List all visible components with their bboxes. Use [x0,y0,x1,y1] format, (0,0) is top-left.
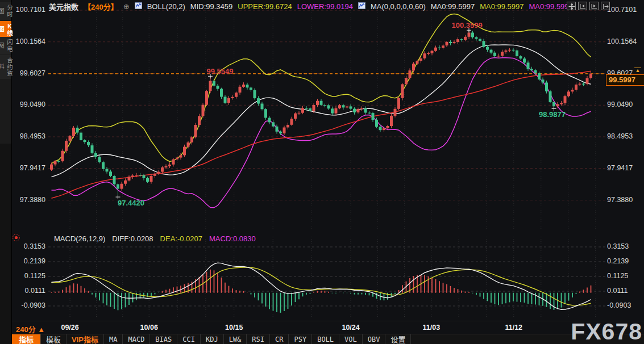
alert-dot-icon[interactable] [11,233,21,242]
chart-canvas[interactable] [0,0,644,344]
axis-reset-right-icon[interactable] [589,2,599,10]
toolbar-item-cr[interactable]: CR [270,334,289,344]
macd-axis-label: -0.0903 [607,301,642,309]
sidebar-item-flash-chart[interactable]: 闪电图 [0,37,11,54]
price-axis-label: 98.4953 [607,132,642,140]
tab-vip-indicator[interactable]: VIP指标 [67,334,104,344]
toolbar-item-lw[interactable]: LW& [224,334,247,344]
x-axis-date-label: 10/06 [133,324,165,332]
toolbar-item-boll[interactable]: BOLL [312,334,339,344]
period-selector[interactable]: 240分 ▲ [16,324,45,334]
toolbar-item-bias[interactable]: BIAS [150,334,177,344]
macd-axis-label: 0.0111 [607,287,642,295]
price-axis-label: 100.7101 [14,6,45,14]
indicator-value-label: DEA:-0.0207 [160,234,202,243]
indicator-value-label: MACD:0.0830 [209,234,256,243]
indicator-value-label: DIFF:0.0208 [112,234,153,243]
dropdown-arrow-icon: ▲ [38,325,45,334]
macd-axis-label: 0.1125 [607,272,642,280]
time-axis-row: 240分 ▲ 09/2610/0610/1510/2411/0311/12 [12,321,644,334]
price-annotation-low: 97.4420 [118,199,144,207]
pan-right-icon[interactable] [601,2,610,10]
price-axis-label: 97.9417 [607,164,642,172]
macd-diff-line [52,263,591,309]
indicator-value-label: LOWER:99.0194 [297,2,353,11]
price-axis-label: 99.6027 [14,69,45,77]
move-icon[interactable] [567,2,576,10]
fx678-watermark: FX678 [571,319,642,344]
macd-axis-label: 0.3153 [607,242,642,250]
macd-axis-label: 0.1125 [14,272,45,280]
macd-axis-label: 0.3153 [14,242,45,250]
price-axis-label: 97.3880 [14,196,45,204]
x-axis-date-label: 09/26 [54,324,86,332]
minus-circle-icon[interactable]: ⊕ [123,3,130,10]
boll-upper-line [52,14,591,164]
price-annotation-low: 98.9877 [539,110,566,119]
sidebar-item-time-chart[interactable]: 分时图 [0,2,11,20]
toolbar-item-macd[interactable]: MACD [123,334,150,344]
indicator-value-label: MA0:99.5997 [431,2,475,11]
line-chart-icon[interactable] [135,2,142,11]
indicator-value-label: BOLL(20,2) [147,2,185,11]
price-annotation-high: 100.3599 [452,21,483,30]
x-axis-date-label: 10/15 [218,324,250,332]
chart-application-window: 分时图K线图闪电图合约资料 美元指数【240分】⊕BOLL(20,2)MID:9… [0,0,644,344]
sidebar-item-kline-chart[interactable]: K线图 [0,21,11,38]
toolbar-item-vol[interactable]: VOL [339,334,363,344]
boll-mid-line [52,45,591,177]
tab-template[interactable]: 模板 [41,334,67,344]
x-axis-date-label: 10/24 [335,324,367,332]
indicator-header-bar: 美元指数【240分】⊕BOLL(20,2)MID:99.3459UPPER:99… [49,2,573,11]
price-axis-label: 100.1564 [14,37,45,45]
toolbar-item-cci[interactable]: CCI [177,334,201,344]
macd-axis-label: 0.0111 [14,287,45,295]
macd-axis-label: -0.0903 [14,301,45,309]
price-axis-label: 98.4953 [14,132,45,140]
toolbar-item-obv[interactable]: OBV [363,334,386,344]
toolbar-item-psy[interactable]: PSY [289,334,312,344]
toolbar-item-kdj[interactable]: KDJ [201,334,224,344]
macd-axis-label: 0.2139 [607,257,642,265]
sidebar-item-contract-info[interactable]: 合约资料 [0,55,11,79]
indicator-value-label: MID:99.3459 [190,2,232,11]
price-axis-label: 100.7101 [607,6,642,14]
indicator-value-label: MA(0,0,0,0,0,60) [371,2,426,11]
indicator-value-label: 【240分】 [84,1,118,12]
price-axis-label: 100.1564 [607,37,642,45]
indicator-value-label: 美元指数 [49,1,78,12]
price-axis-label: 97.9417 [14,164,45,172]
price-axis-label: 99.0490 [607,100,642,108]
toolbar-item-ma[interactable]: MA [104,334,123,344]
left-sidebar: 分时图K线图闪电图合约资料 [0,0,12,344]
tab-indicator[interactable]: 指标 [12,334,41,344]
x-axis-date-label: 11/03 [416,324,447,332]
price-annotation-high: 99.5549 [207,67,234,75]
indicator-value-label: MA0:99.5997 [480,2,523,11]
bottom-toolbar: 指标模板VIP指标MAMACDBIASCCIKDJLW&RSICRPSYBOLL… [12,334,644,344]
macd-axis-label: 0.2139 [14,257,45,265]
line-chart-icon[interactable] [358,2,365,11]
indicator-value-label: MACD(26,12,9) [54,234,105,243]
macd-header-bar: MACD(26,12,9)DIFF:0.0208DEA:-0.0207MACD:… [54,234,256,243]
price-axis-label: 99.0490 [14,100,45,108]
current-price-badge: 99.5997 [606,74,644,86]
window-control-icons [567,2,610,10]
price-up-arrow-icon: ▲ [634,68,641,73]
toolbar-item-rsi[interactable]: RSI [247,334,270,344]
toolbar-item-settings[interactable]: 设置 [385,334,411,344]
price-axis-label: 97.3880 [607,196,642,204]
x-axis-date-label: 11/12 [498,324,530,332]
indicator-value-label: UPPER:99.6724 [238,2,292,11]
axis-reset-left-icon[interactable] [578,2,587,10]
